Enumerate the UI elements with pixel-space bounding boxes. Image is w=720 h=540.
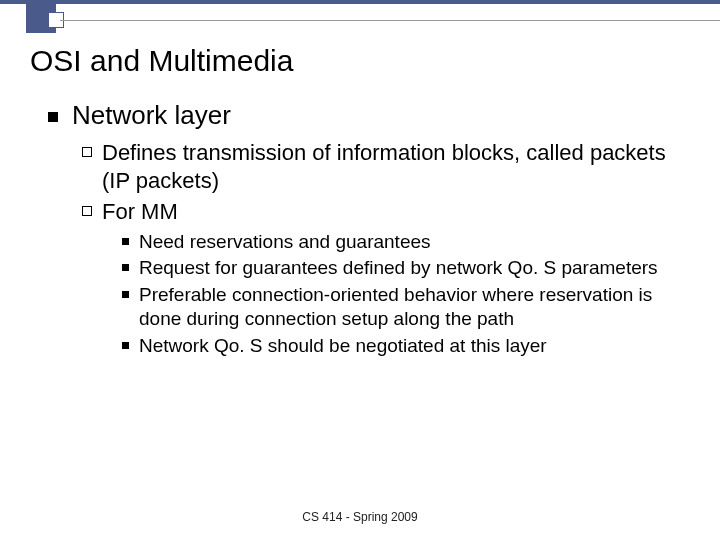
accent-top-bar xyxy=(0,0,720,4)
bullet-level2: Defines transmission of information bloc… xyxy=(82,139,690,194)
text-pre: Preferable xyxy=(139,284,232,305)
bullet-text: For MM xyxy=(102,198,178,226)
bullet-level1: Network layer xyxy=(48,100,690,131)
hollow-square-bullet-icon xyxy=(82,147,92,157)
slide-body: Network layer Defines transmission of in… xyxy=(48,100,690,360)
bullet-level3: Preferable connection-oriented behavior … xyxy=(122,283,690,331)
bullet-level3: Need reservations and guarantees xyxy=(122,230,690,254)
square-bullet-icon xyxy=(122,291,129,298)
slide-title: OSI and Multimedia xyxy=(30,44,293,78)
bullet-level3: Network Qo. S should be negotiated at th… xyxy=(122,334,690,358)
bullet-level3: Request for guarantees defined by networ… xyxy=(122,256,690,280)
bullet-text: Preferable connection-oriented behavior … xyxy=(139,283,690,331)
bullet-text: Network Qo. S should be negotiated at th… xyxy=(139,334,547,358)
text-rest: transmission of information blocks, call… xyxy=(102,140,666,193)
text-pre: Request for guarantees defined by xyxy=(139,257,436,278)
bullet-text: Defines transmission of information bloc… xyxy=(102,139,690,194)
square-bullet-icon xyxy=(122,238,129,245)
slide-accent xyxy=(0,0,720,34)
bullet-text: Network layer xyxy=(72,100,231,131)
bullet-text: Request for guarantees defined by networ… xyxy=(139,256,658,280)
text-emph: negotiated xyxy=(356,335,445,356)
text-post: at this layer xyxy=(444,335,546,356)
bullet-text: Need reservations and guarantees xyxy=(139,230,431,254)
accent-divider-line xyxy=(60,20,720,21)
text-prefix: Defines xyxy=(102,140,183,165)
bullet-level2: For MM xyxy=(82,198,690,226)
slide-footer: CS 414 - Spring 2009 xyxy=(0,510,720,524)
square-bullet-icon xyxy=(122,342,129,349)
square-bullet-icon xyxy=(48,112,58,122)
text-emph: connection-oriented xyxy=(232,284,399,305)
text-emph: reservations and guarantees xyxy=(190,231,431,252)
hollow-square-bullet-icon xyxy=(82,206,92,216)
square-bullet-icon xyxy=(122,264,129,271)
text-pre: Network Qo. S should be xyxy=(139,335,356,356)
text-pre: Need xyxy=(139,231,190,252)
text-emph: network Qo. S parameters xyxy=(436,257,658,278)
